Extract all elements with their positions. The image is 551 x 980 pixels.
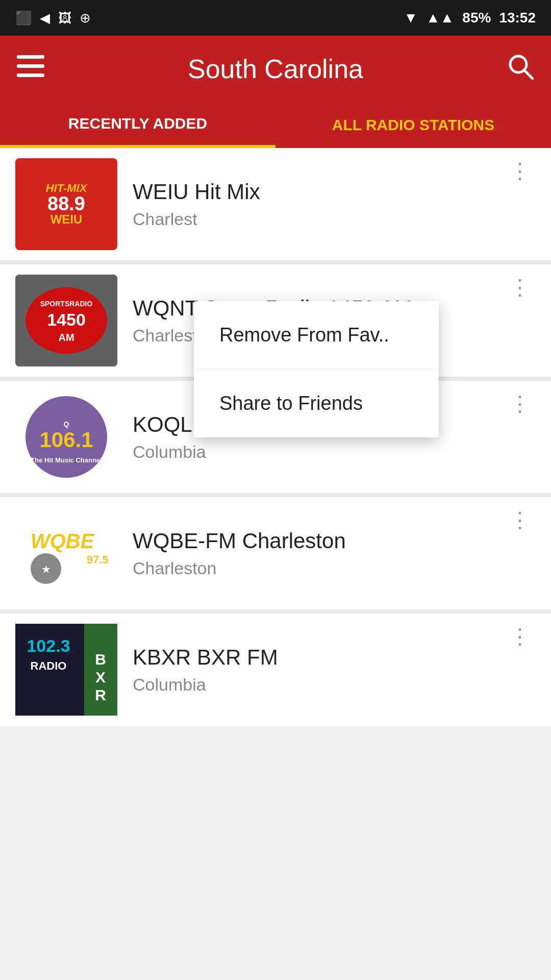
svg-text:SPORTSRADIO: SPORTSRADIO (40, 300, 93, 308)
more-button-weiu[interactable]: ⋮ (504, 148, 536, 188)
station-city: Charlest (133, 209, 489, 229)
context-menu: Remove From Fav.. Share to Friends (194, 301, 439, 437)
more-button-kbxr[interactable]: ⋮ (504, 614, 536, 654)
search-button[interactable] (505, 53, 536, 85)
content-area: HIT-MIX 88.9 WEIU WEIU Hit Mix Charlest … (0, 148, 551, 726)
more-button-wqnt[interactable]: ⋮ (504, 264, 536, 305)
tab-all-radio-stations[interactable]: ALL RADIO STATIONS (276, 102, 551, 148)
wifi-icon: ▼ (404, 10, 418, 26)
station-city: Columbia (133, 442, 489, 462)
svg-text:X: X (95, 669, 106, 685)
svg-text:R: R (95, 687, 106, 703)
svg-line-4 (524, 70, 533, 79)
station-info-weiu: WEIU Hit Mix Charlest (117, 169, 504, 239)
svg-text:106.1: 106.1 (39, 428, 93, 452)
svg-text:★: ★ (42, 565, 51, 575)
svg-text:RADIO: RADIO (31, 659, 67, 672)
station-city: Charleston (133, 558, 489, 578)
more-button-wqbe[interactable]: ⋮ (504, 497, 536, 537)
notification-icon: ⬛ (15, 10, 32, 26)
page-title: South Carolina (61, 54, 490, 84)
status-bar: ⬛ ◀ 🖼 ⊕ ▼ ▲▲ 85% 13:52 (0, 0, 551, 36)
station-logo-weiu: HIT-MIX 88.9 WEIU (15, 158, 117, 250)
svg-rect-1 (17, 64, 44, 68)
svg-text:The Hit Music Channel: The Hit Music Channel (31, 456, 102, 464)
station-info-kbxr: KBXR BXR FM Columbia (117, 635, 504, 705)
image-icon: 🖼 (58, 10, 71, 26)
station-info-wqbe: WQBE-FM Charleston Charleston (117, 519, 504, 589)
status-bar-right: ▼ ▲▲ 85% 13:52 (404, 10, 536, 26)
tab-recently-added[interactable]: RECENTLY ADDED (0, 102, 276, 148)
svg-text:WQBE: WQBE (31, 530, 95, 553)
station-city: Columbia (133, 675, 489, 695)
clock: 13:52 (499, 10, 536, 26)
station-logo-wqnt: SPORTSRADIO 1450 AM (15, 275, 117, 366)
sim-icon: ⊕ (80, 10, 91, 26)
battery-indicator: 85% (462, 10, 491, 26)
svg-text:AM: AM (58, 332, 74, 343)
station-name: WQBE-FM Charleston (133, 529, 489, 553)
app-bar: South Carolina (0, 36, 551, 102)
list-item[interactable]: HIT-MIX 88.9 WEIU WEIU Hit Mix Charlest … (0, 148, 551, 260)
svg-rect-2 (17, 74, 44, 77)
more-button-koql[interactable]: ⋮ (504, 381, 536, 421)
station-name: WEIU Hit Mix (133, 180, 489, 204)
svg-text:1450: 1450 (47, 310, 86, 329)
tab-bar: RECENTLY ADDED ALL RADIO STATIONS (0, 102, 551, 148)
station-logo-kbxr: 102.3 RADIO B X R (15, 624, 117, 716)
svg-rect-0 (17, 55, 44, 59)
station-logo-wqbe: WQBE 97.5 ★ (15, 507, 117, 599)
svg-text:B: B (95, 651, 106, 668)
signal-icon: ▲▲ (426, 10, 454, 26)
svg-text:102.3: 102.3 (27, 636, 70, 655)
status-bar-left: ⬛ ◀ 🖼 ⊕ (15, 10, 91, 26)
context-menu-share[interactable]: Share to Friends (194, 370, 439, 437)
svg-text:97.5: 97.5 (87, 553, 109, 566)
context-menu-remove-fav[interactable]: Remove From Fav.. (194, 301, 439, 370)
back-icon: ◀ (40, 10, 50, 26)
list-item[interactable]: WQBE 97.5 ★ WQBE-FM Charleston Charlesto… (0, 497, 551, 609)
svg-text:Q: Q (64, 420, 69, 428)
menu-button[interactable] (15, 55, 46, 83)
station-logo-koql: Q 106.1 The Hit Music Channel (15, 391, 117, 483)
station-name: KBXR BXR FM (133, 645, 489, 670)
list-item[interactable]: 102.3 RADIO B X R KBXR BXR FM Columbia ⋮ (0, 614, 551, 726)
